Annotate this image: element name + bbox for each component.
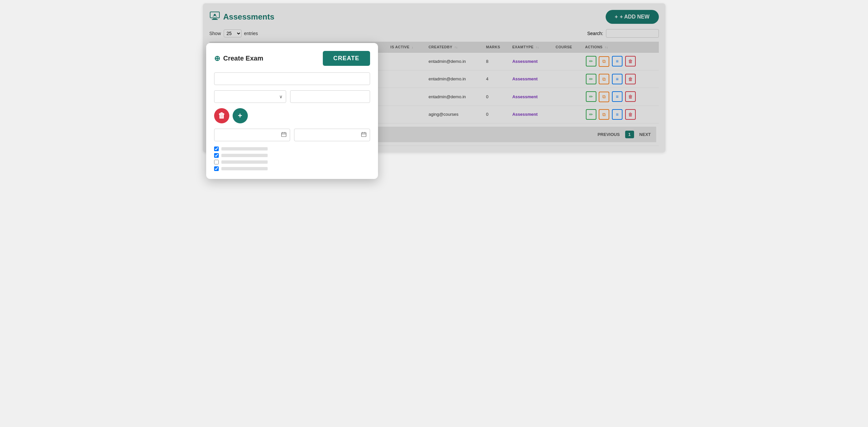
trash-icon: 🗑 — [218, 111, 225, 120]
modal-title-text: Create Exam — [223, 55, 264, 62]
add-icon: + — [238, 111, 242, 120]
end-date-input[interactable] — [294, 129, 370, 141]
modal-header: ⊕ Create Exam CREATE — [214, 51, 370, 66]
checkbox-label-2 — [221, 154, 268, 157]
create-button[interactable]: CREATE — [323, 51, 370, 66]
date-row — [214, 129, 370, 141]
checkbox-1[interactable] — [214, 146, 219, 151]
action-buttons-row: 🗑 + — [214, 108, 370, 123]
page-container: Assessments + + ADD NEW Show 25 50 100 e… — [203, 3, 665, 152]
exam-name-group — [214, 73, 370, 85]
exam-type-select[interactable] — [214, 91, 286, 103]
exam-type-select-wrapper: ∨ — [214, 90, 286, 103]
end-date-wrapper — [294, 129, 370, 141]
create-exam-modal: ⊕ Create Exam CREATE ∨ — [206, 43, 378, 179]
checkbox-3[interactable] — [214, 160, 219, 164]
delete-row-button[interactable]: 🗑 — [214, 108, 229, 123]
checkbox-row-2 — [214, 153, 370, 158]
add-row-button[interactable]: + — [232, 108, 248, 123]
checkboxes-section — [214, 146, 370, 171]
checkbox-label-4 — [221, 167, 268, 170]
checkbox-2[interactable] — [214, 153, 219, 158]
circle-plus-icon: ⊕ — [214, 54, 220, 63]
select-input-row: ∨ — [214, 90, 370, 103]
modal-title: ⊕ Create Exam — [214, 54, 264, 63]
start-date-input[interactable] — [214, 129, 290, 141]
checkbox-4[interactable] — [214, 166, 219, 171]
checkbox-row-4 — [214, 166, 370, 171]
checkbox-row-1 — [214, 146, 370, 151]
exam-name-input[interactable] — [214, 73, 370, 85]
checkbox-row-3 — [214, 160, 370, 164]
exam-input-right[interactable] — [290, 90, 370, 103]
checkbox-label-3 — [221, 161, 268, 164]
start-date-wrapper — [214, 129, 290, 141]
assessments-panel: Assessments + + ADD NEW Show 25 50 100 e… — [203, 3, 665, 152]
checkbox-label-1 — [221, 147, 268, 150]
